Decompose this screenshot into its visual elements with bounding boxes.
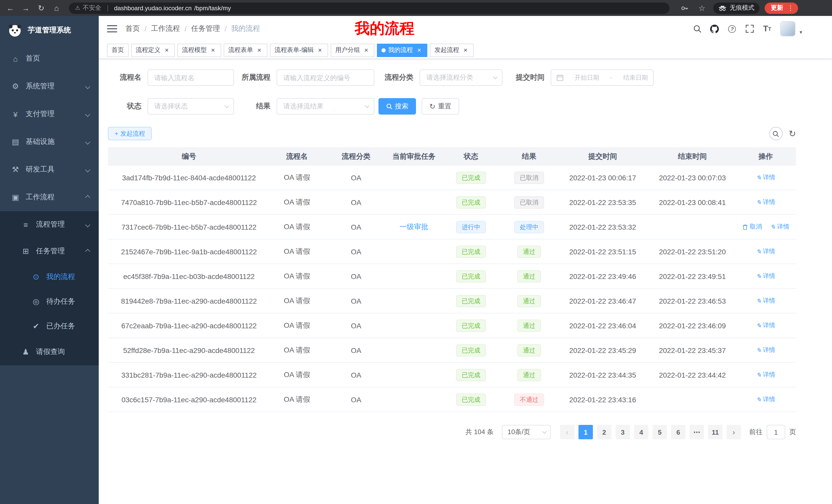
hamburger-menu-icon[interactable] [107, 25, 117, 32]
tab[interactable]: 首页 × [107, 44, 129, 57]
breadcrumb-home[interactable]: 首页 [126, 24, 140, 33]
detail-button[interactable]: ✎详情 [756, 173, 775, 182]
detail-button[interactable]: ✎详情 [756, 247, 775, 256]
breadcrumb-workflow[interactable]: 工作流程 [151, 24, 180, 33]
help-icon[interactable]: ? [728, 24, 737, 33]
github-icon[interactable] [710, 24, 719, 33]
tab-close-icon[interactable]: × [316, 47, 323, 54]
browser-update-button[interactable]: 更新 ⋮ [765, 2, 798, 13]
sidebar-item-workflow[interactable]: ▣ 工作流程 [0, 184, 99, 211]
create-process-button[interactable]: + 发起流程 [108, 127, 152, 140]
sidebar-menu: ⌂ 首页 ⚙ 系统管理 ¥ 支付管理 ▤ 基础设施 [0, 45, 99, 365]
page-number-button[interactable]: 4 [634, 425, 648, 439]
detail-button[interactable]: ✎详情 [756, 346, 775, 355]
tab[interactable]: 用户分组 × [331, 44, 374, 57]
table-header-row: 编号 流程名 流程分类 当前审批任务 状态 结果 提交时间 结束时间 操作 [108, 148, 796, 165]
detail-button[interactable]: ✎详情 [770, 223, 789, 231]
browser-reload-icon[interactable]: ↻ [35, 2, 47, 14]
sidebar-item-infrastructure[interactable]: ▤ 基础设施 [0, 128, 99, 156]
sidebar-item-devtools[interactable]: ⚒ 研发工具 [0, 156, 99, 184]
search-icon[interactable] [693, 24, 702, 33]
process-category: OA [351, 346, 361, 354]
incognito-badge: 无痕模式 [713, 2, 759, 13]
tab-close-icon[interactable]: × [256, 47, 263, 54]
category-select[interactable]: 请选择流程分类 [420, 69, 502, 86]
start-date-placeholder[interactable]: 开始日期 [575, 73, 599, 82]
page-number-button[interactable]: 11 [708, 425, 723, 439]
page-number-button[interactable]: 3 [616, 425, 630, 439]
font-size-icon[interactable]: TT [762, 24, 772, 33]
sidebar-item-dashboard[interactable]: ⌂ 首页 [0, 45, 99, 73]
submit-time-range-picker[interactable]: 开始日期 - 结束日期 [551, 69, 654, 86]
page-number-button[interactable]: 6 [671, 425, 685, 439]
pagination: 共 104 条 10条/页 ‹ 1 2 3 4 5 6 ⋯ 11 › 前往 页 [108, 425, 796, 439]
address-bar[interactable]: ⚠ 不安全 dashboard.yudao.iocoder.cn /bpm/ta… [69, 2, 670, 13]
app-logo[interactable]: 芋道管理系统 [0, 16, 99, 45]
next-page-button[interactable]: › [727, 425, 741, 439]
end-date-placeholder[interactable]: 结束日期 [623, 73, 648, 82]
sidebar-item-leave-query[interactable]: ♟ 请假查询 [0, 339, 99, 365]
tab-close-icon[interactable]: × [163, 47, 170, 54]
browser-menu-icon[interactable]: ⋮ [787, 4, 794, 12]
sidebar-item-task-management[interactable]: ⊞ 任务管理 [0, 238, 99, 264]
detail-button[interactable]: ✎详情 [756, 198, 775, 207]
process-category: OA [351, 198, 361, 206]
tab-close-icon[interactable]: × [209, 47, 216, 54]
result-select[interactable]: 请选择流结果 [277, 98, 374, 115]
bookmark-star-icon[interactable]: ☆ [696, 2, 708, 14]
page-number-button[interactable]: 5 [653, 425, 667, 439]
tab[interactable]: 流程表单 × [224, 44, 267, 57]
avatar-caret-icon[interactable]: ▾ [800, 29, 802, 36]
refresh-table-icon[interactable]: ↻ [789, 128, 796, 139]
search-icon [386, 103, 392, 109]
fullscreen-icon[interactable] [745, 24, 754, 33]
detail-button[interactable]: ✎详情 [756, 371, 775, 380]
cancel-button[interactable]: 取消 [742, 223, 762, 231]
sidebar-item-payment-management[interactable]: ¥ 支付管理 [0, 100, 99, 128]
tab[interactable]: 我的流程 × [377, 44, 427, 57]
toggle-search-icon[interactable] [769, 127, 783, 140]
tab-close-icon[interactable]: × [363, 47, 370, 54]
key-icon[interactable] [678, 2, 691, 14]
browser-home-icon[interactable]: ⌂ [50, 2, 63, 14]
breadcrumb-task-management[interactable]: 任务管理 [191, 24, 220, 33]
parent-process-input[interactable] [277, 69, 374, 86]
search-button[interactable]: 搜索 [379, 98, 416, 115]
tab-close-icon[interactable]: × [462, 47, 469, 54]
detail-button[interactable]: ✎详情 [756, 297, 775, 305]
browser-forward-icon[interactable]: → [20, 2, 32, 14]
result-label: 结果 [234, 102, 277, 111]
page-number-button[interactable]: ⋯ [690, 425, 704, 439]
sidebar-item-done-tasks[interactable]: ✔ 已办任务 [0, 314, 99, 339]
detail-button[interactable]: ✎详情 [756, 395, 775, 404]
browser-back-icon[interactable]: ← [4, 2, 17, 14]
cell-current-task [388, 387, 440, 412]
tab-close-icon[interactable]: × [415, 47, 423, 54]
goto-page-input[interactable] [767, 425, 785, 439]
cell-category: OA [324, 313, 388, 338]
page-number-button[interactable]: 2 [597, 425, 612, 439]
status-select[interactable]: 请选择状态 [148, 98, 234, 115]
sidebar-item-todo-tasks[interactable]: ◎ 待办任务 [0, 289, 99, 314]
reset-button[interactable]: ↻ 重置 [422, 98, 459, 115]
current-task-link[interactable]: 一级审批 [399, 222, 428, 230]
sidebar-item-process-management[interactable]: ≡ 流程管理 [0, 211, 99, 238]
detail-button[interactable]: ✎详情 [756, 272, 775, 281]
tab[interactable]: 发起流程 × [430, 44, 474, 57]
prev-page-button[interactable]: ‹ [560, 425, 574, 439]
security-label[interactable]: 不安全 [83, 4, 101, 12]
tab[interactable]: 流程表单-编辑 × [270, 44, 328, 57]
detail-button[interactable]: ✎详情 [756, 321, 775, 330]
sidebar-item-my-process[interactable]: ⊙ 我的流程 [0, 264, 99, 289]
sidebar-item-system-management[interactable]: ⚙ 系统管理 [0, 73, 99, 100]
cell-end-time: 2022-01-22 23:49:51 [649, 264, 735, 288]
tab[interactable]: 流程定义 × [131, 44, 175, 57]
page-size-select[interactable]: 10条/页 [502, 425, 551, 439]
cell-submit-time: 2022-01-22 23:45:29 [556, 338, 649, 362]
tab[interactable]: 流程模型 × [177, 44, 221, 57]
page-number-button[interactable]: 1 [578, 425, 593, 439]
cell-end-time: 2022-01-22 23:46:53 [649, 288, 735, 313]
user-avatar[interactable] [780, 21, 796, 36]
date-range-separator: - [610, 74, 612, 81]
process-name-input[interactable] [148, 69, 234, 86]
